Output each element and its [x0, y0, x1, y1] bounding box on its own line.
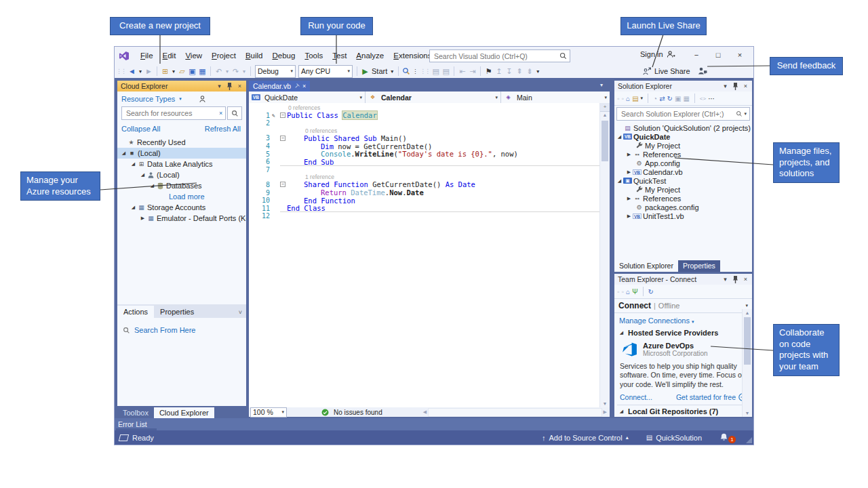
tree-item-my-project[interactable]: My Project: [614, 141, 752, 150]
scroll-up-icon[interactable]: ▲: [743, 310, 752, 315]
navigate-backward-icon[interactable]: ◄: [127, 67, 136, 75]
fold-collapse-icon[interactable]: −: [280, 113, 285, 118]
sync-with-active-document-icon[interactable]: ⇄: [659, 95, 665, 102]
connect-link[interactable]: Connect...: [620, 393, 652, 401]
menu-test[interactable]: Test: [328, 50, 351, 61]
refresh-icon[interactable]: ↻: [648, 288, 654, 296]
code-line-1[interactable]: 1✎−Public Class Calendar: [249, 112, 600, 120]
pin-icon[interactable]: [224, 83, 235, 90]
zoom-dropdown[interactable]: 100 % ▾: [250, 407, 287, 418]
show-all-files-icon[interactable]: ▦: [683, 95, 689, 102]
tree-item-app-config[interactable]: ⚙App.config: [614, 159, 752, 167]
close-icon[interactable]: ×: [741, 83, 751, 89]
expander-closed-icon[interactable]: ▶: [625, 152, 633, 157]
manage-connections-link[interactable]: Manage Connections ▾: [619, 317, 694, 325]
document-tab-calendar-vb[interactable]: Calendar.vb ⊤ ×: [249, 81, 310, 92]
code-line-7[interactable]: 7: [249, 166, 600, 174]
scroll-up-icon[interactable]: ▲: [600, 113, 610, 117]
toolbar-grip[interactable]: ⋮⋮: [116, 68, 125, 75]
tree-item-local[interactable]: ◢■(Local): [117, 148, 246, 159]
forward-icon[interactable]: ◦: [622, 288, 625, 296]
menu-file[interactable]: File: [136, 50, 158, 61]
collapse-all-icon[interactable]: ▣: [675, 95, 681, 102]
window-position-icon[interactable]: ▾: [720, 276, 730, 283]
scrollbar-thumb[interactable]: [744, 317, 751, 365]
codelens-indicator[interactable]: 1 reference: [249, 174, 600, 181]
close-icon[interactable]: ×: [235, 83, 245, 89]
solution-search-box[interactable]: ▾: [616, 107, 750, 121]
codelens-indicator[interactable]: 0 references: [249, 104, 600, 112]
code-line-12[interactable]: 12: [249, 212, 600, 220]
hosted-service-providers-section[interactable]: Hosted Service Providers: [628, 329, 718, 337]
tree-item-load-more[interactable]: Load more: [117, 191, 246, 202]
maximize-button[interactable]: □: [707, 47, 729, 63]
tree-item-calendar-vb[interactable]: ▶VBCalendar.vb: [614, 167, 752, 176]
expander-closed-icon[interactable]: ▶: [139, 216, 146, 221]
tab-properties[interactable]: Properties: [678, 260, 720, 272]
error-list-tab[interactable]: Error List: [118, 420, 147, 428]
cloud-explorer-title-bar[interactable]: Cloud Explorer ▾ ×: [117, 81, 246, 92]
send-feedback-icon[interactable]: [698, 66, 707, 77]
close-icon[interactable]: ×: [741, 276, 751, 283]
code-line-3[interactable]: 3−Public Shared Sub Main(): [249, 134, 600, 142]
switch-views-icon[interactable]: ▤: [632, 95, 638, 102]
tree-item-quicktest[interactable]: ◢▣QuickTest: [614, 176, 752, 185]
expander-closed-icon[interactable]: ▶: [625, 169, 633, 175]
tree-item-unittest1-vb[interactable]: ▶VBUnitTest1.vb: [614, 211, 752, 220]
expander-open-icon[interactable]: ◢: [130, 161, 137, 167]
dock-tab-toolbox[interactable]: Toolbox: [117, 407, 154, 418]
comment-out-icon[interactable]: ▤: [431, 67, 440, 76]
menu-view[interactable]: View: [180, 50, 207, 61]
save-all-icon[interactable]: ▦: [198, 67, 207, 76]
expander-closed-icon[interactable]: ▶: [625, 196, 633, 201]
current-solution-button[interactable]: ▤ QuickSolution: [646, 434, 702, 442]
save-icon[interactable]: ▣: [188, 67, 197, 76]
account-icon[interactable]: [198, 95, 207, 103]
class-dropdown[interactable]: ❖ Calendar ▾: [366, 92, 501, 103]
scroll-down-icon[interactable]: ▼: [743, 411, 752, 415]
tree-item-recently-used[interactable]: ★Recently Used: [117, 137, 246, 148]
scroll-right-icon[interactable]: ▶: [604, 409, 607, 415]
notifications-button[interactable]: 1: [719, 432, 736, 443]
redo-dropdown[interactable]: ▾: [241, 68, 247, 75]
tree-item-emulator-default-ports-key[interactable]: ▶▦Emulator - Default Ports (Key): [117, 213, 246, 224]
code-line-2[interactable]: 2: [249, 119, 600, 127]
vs-search-box[interactable]: [429, 49, 570, 62]
close-tab-icon[interactable]: ×: [302, 83, 306, 89]
tree-item-references[interactable]: ▶▪▪References: [614, 194, 752, 203]
pin-icon[interactable]: [730, 276, 741, 283]
tree-item-databases[interactable]: ◢Databases: [117, 180, 246, 191]
navigate-forward-icon[interactable]: ►: [144, 67, 153, 75]
new-project-dropdown[interactable]: ▾: [171, 68, 176, 75]
vertical-scrollbar[interactable]: + ▲ ▼: [599, 103, 610, 407]
start-button-label[interactable]: Start: [372, 67, 387, 75]
next-bookmark-folder-icon[interactable]: ⇟: [525, 67, 534, 76]
tab-solution-explorer[interactable]: Solution Explorer: [614, 260, 678, 272]
resource-types-dropdown[interactable]: Resource Types: [121, 95, 175, 103]
resource-search-box[interactable]: ×: [121, 106, 226, 120]
next-bookmark-icon[interactable]: ↧: [505, 67, 513, 76]
new-project-icon[interactable]: ⊞: [161, 67, 170, 76]
expander-open-icon[interactable]: ◢: [616, 134, 623, 140]
code-editor[interactable]: 0 references1✎−Public Class Calendar20 r…: [249, 103, 600, 409]
scrollbar-thumb[interactable]: [601, 121, 608, 161]
home-icon[interactable]: ⌂: [626, 288, 630, 296]
pin-icon[interactable]: [730, 83, 741, 90]
open-folder-icon[interactable]: ▱: [178, 67, 186, 76]
redo-icon[interactable]: ↷: [231, 67, 240, 76]
code-line-5[interactable]: 5Console.WriteLine("Today's date is {0}.…: [249, 150, 600, 158]
close-button[interactable]: ×: [729, 47, 751, 63]
tree-item-storage-accounts[interactable]: ◢▦Storage Accounts: [117, 202, 246, 213]
scroll-down-icon[interactable]: ▼: [600, 401, 610, 406]
menu-project[interactable]: Project: [207, 50, 241, 61]
toolbar-overflow-icon[interactable]: ⋯: [708, 95, 715, 102]
clear-search-icon[interactable]: ×: [219, 110, 222, 117]
solution-explorer-title-bar[interactable]: Solution Explorer ▾ ×: [614, 81, 752, 92]
window-position-icon[interactable]: ▾: [214, 83, 224, 89]
scroll-left-icon[interactable]: ◀: [423, 409, 427, 415]
document-well-dropdown-icon[interactable]: ▾: [600, 82, 603, 88]
expander-open-icon[interactable]: ◢: [149, 183, 156, 188]
live-share-button[interactable]: Live Share: [642, 64, 690, 78]
tree-item-packages-config[interactable]: ⚙packages.config: [614, 203, 752, 211]
project-dropdown[interactable]: VB QuickDate ▾: [249, 92, 366, 103]
